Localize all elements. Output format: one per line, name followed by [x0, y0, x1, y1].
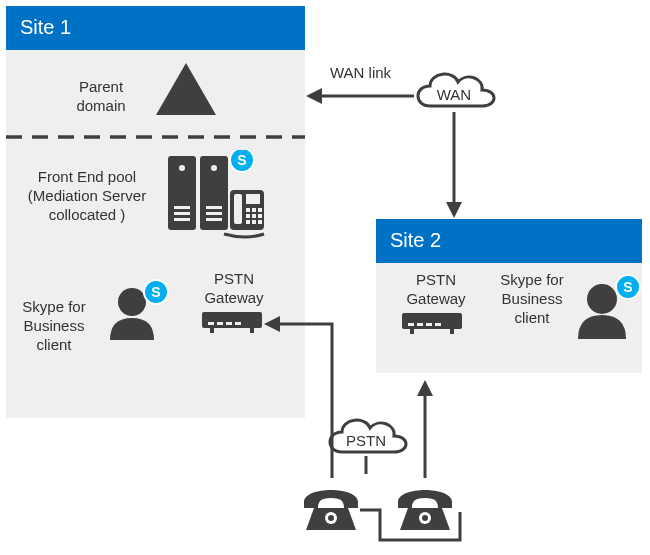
svg-marker-55: [446, 202, 462, 218]
svg-marker-57: [417, 380, 433, 396]
svg-marker-56: [264, 316, 280, 332]
connectors: [0, 0, 650, 555]
svg-marker-54: [306, 88, 322, 104]
